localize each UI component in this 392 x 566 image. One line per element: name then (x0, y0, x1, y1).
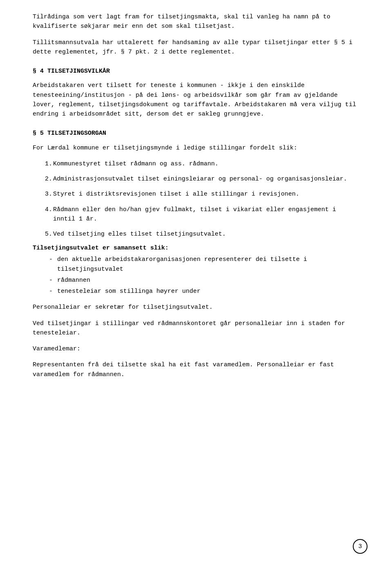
rådmann-text: Ved tilsetjingar i stillingar ved rådman… (33, 319, 359, 338)
varamedlemar-heading: Varamedlemar: (33, 344, 359, 354)
list-number-1: 1. (33, 159, 53, 169)
secretary-text: Personalleiar er sekretær for tilsetjing… (33, 303, 359, 312)
list-text-5: Ved tilsetjing elles tilset tilsetjingsu… (53, 230, 359, 239)
list-number-4: 4. (33, 205, 53, 224)
list-text-4: Rådmann eller den ho/han gjev fullmakt, … (53, 205, 359, 224)
list-number-2: 2. (33, 174, 53, 184)
list-number-3: 3. (33, 189, 53, 199)
list-item: 1. Kommunestyret tilset rådmann og ass. … (33, 159, 359, 169)
page-number: 3 (353, 539, 368, 554)
list-text-1: Kommunestyret tilset rådmann og ass. råd… (53, 159, 359, 169)
bullet-item-2: - rådmannen (49, 276, 359, 285)
list-item: 3. Styret i distriktsrevisjonen tilset i… (33, 189, 359, 199)
list-item: 5. Ved tilsetjing elles tilset tilsetjin… (33, 230, 359, 239)
bullet-item-1: - den aktuelle arbeidstakarorganisasjone… (49, 255, 359, 274)
bullet-dash: - (49, 276, 57, 285)
list-item: 2. Administrasjonsutvalet tilset einings… (33, 174, 359, 184)
page: Tilrådinga som vert lagt fram for tilset… (0, 0, 392, 566)
bullet-text-2: rådmannen (57, 276, 90, 285)
section-4-text: Arbeidstakaren vert tilsett for teneste … (33, 81, 359, 119)
bullet-dash: - (49, 255, 57, 274)
varamedlemar-text: Representanten frå dei tilsette skal ha … (33, 360, 359, 379)
list-text-3: Styret i distriktsrevisjonen tilset i al… (53, 189, 359, 199)
intro-paragraph-2: Tillitsmannsutvala har uttalerett før ha… (33, 38, 359, 57)
bold-heading: Tilsetjingsutvalet er samansett slik: (33, 245, 359, 252)
intro-paragraph-1: Tilrådinga som vert lagt fram for tilset… (33, 12, 359, 31)
list-item: 4. Rådmann eller den ho/han gjev fullmak… (33, 205, 359, 224)
bullet-text-3: tenesteleiar som stillinga høyrer under (57, 287, 200, 296)
list-text-2: Administrasjonsutvalet tilset einingslei… (53, 174, 359, 184)
list-number-5: 5. (33, 230, 53, 239)
bullet-dash: - (49, 287, 57, 296)
section-5-intro: For Lærdal kommune er tilsetjingsmynde i… (33, 143, 359, 153)
numbered-list: 1. Kommunestyret tilset rådmann og ass. … (33, 159, 359, 239)
bullet-text-1: den aktuelle arbeidstakarorganisasjonen … (57, 255, 359, 274)
bullet-list: - den aktuelle arbeidstakarorganisasjone… (49, 255, 359, 296)
section-5-heading: § 5 TILSETJINGSORGAN (33, 129, 359, 138)
bullet-item-3: - tenesteleiar som stillinga høyrer unde… (49, 287, 359, 296)
section-4-heading: § 4 TILSETJINGSVILKÅR (33, 67, 359, 76)
